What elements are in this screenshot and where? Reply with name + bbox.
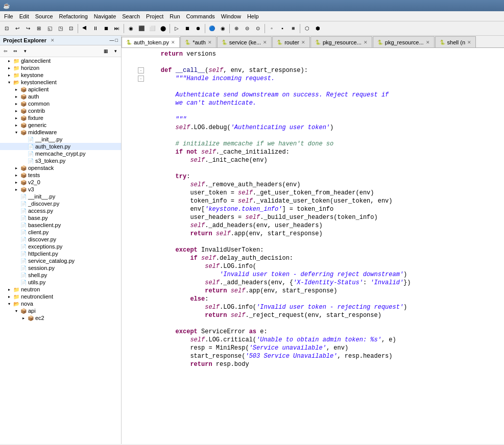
menu-item-navigate[interactable]: Navigate [91,12,119,20]
toolbar-btn-5[interactable]: ◳ [55,23,65,34]
tab-close-router[interactable]: ✕ [301,40,305,45]
tree-item-tests[interactable]: ▸📦tests [0,171,121,179]
tree-item-v2_0[interactable]: ▸📦v2_0 [0,179,121,186]
toolbar-btn-33[interactable]: ⬡ [302,23,312,34]
tree-item-base_py[interactable]: 📄base.py [0,214,121,221]
explorer-maximize-icon[interactable]: □ [115,38,118,43]
tab-pkg_resource2[interactable]: 🐍pkg_resource...✕ [373,36,435,47]
tree-item-apiclient[interactable]: ▸📦apiclient [0,86,121,93]
toolbar-btn-0[interactable]: ⊡ [2,23,12,34]
explorer-filter-button[interactable]: ▦ [101,46,110,56]
toolbar-btn-31[interactable]: ◾ [288,23,298,34]
tree-item-ec2[interactable]: ▸📦ec2 [0,314,121,322]
toolbar-btn-8[interactable]: ⯇ [80,23,90,34]
menu-item-run[interactable]: Run [166,12,183,20]
menu-item-commands[interactable]: Commands [183,12,218,20]
menu-item-refactoring[interactable]: Refactoring [56,12,91,20]
tab-auth[interactable]: 🐍*auth✕ [180,36,217,47]
link-editor-button[interactable]: ⇔ [11,46,20,56]
menu-item-file[interactable]: File [1,12,16,20]
tab-auth_token[interactable]: 🐍auth_token.py✕ [122,37,180,48]
toolbar-btn-29[interactable]: ▫ [267,23,277,34]
tree-item-nova[interactable]: ▾📂nova [0,300,121,307]
toolbar-btn-4[interactable]: ◱ [44,23,55,34]
tree-item-common[interactable]: ▸📦common [0,100,121,107]
tree-item-init_py[interactable]: 📄__init__.py [0,136,121,143]
toolbar-btn-22[interactable]: 🔵 [207,23,217,34]
tree-item-keystone[interactable]: ▸📁keystone [0,71,121,79]
toolbar-btn-20[interactable]: ⏺ [193,23,203,34]
tree-item-session_py[interactable]: 📄session.py [0,264,121,271]
tree-item-access_py[interactable]: 📄access.py [0,207,121,214]
menu-item-search[interactable]: Search [119,12,143,20]
tree-item-fixture[interactable]: ▸📦fixture [0,114,121,121]
toolbar-btn-15[interactable]: ⬜ [147,23,157,34]
explorer-customize-button[interactable]: ▾ [111,46,120,56]
toolbar-btn-34[interactable]: ⬢ [313,23,323,34]
tree-item-auth[interactable]: ▸📦auth [0,93,121,100]
tree-item-s3_token_py[interactable]: 📄s3_token.py [0,157,121,164]
toolbar-btn-26[interactable]: ⊝ [242,23,252,34]
toolbar-btn-2[interactable]: ↪ [23,23,33,34]
tree-item-middleware[interactable]: ▾📦middleware [0,129,121,136]
tree-item-glanceclient[interactable]: ▸📁glanceclient [0,57,121,64]
tree-item-baseclient_py[interactable]: 📄baseclient.py [0,221,121,229]
tree-item-client_py[interactable]: 📄client.py [0,229,121,236]
tab-shell_n[interactable]: 🐍shell (n✕ [435,36,476,47]
tab-close-shell_n[interactable]: ✕ [467,40,471,45]
tree-item-discover2_py[interactable]: 📄discover.py [0,236,121,243]
tab-close-pkg_resource2[interactable]: ✕ [426,40,430,45]
tab-close-auth[interactable]: ✕ [208,40,212,45]
tab-service_ke[interactable]: 🐍service (ke...✕ [217,36,272,47]
tab-pkg_resource1[interactable]: 🐍pkg_resource...✕ [310,36,372,47]
tab-close-auth_token[interactable]: ✕ [171,40,175,45]
toolbar-btn-13[interactable]: ◉ [126,23,136,34]
toolbar-btn-18[interactable]: ▷ [172,23,182,34]
menu-item-window[interactable]: Window [218,12,244,20]
toolbar-btn-9[interactable]: ⏸ [90,23,101,34]
toolbar-btn-16[interactable]: ⬤ [158,23,168,34]
tree-item-discover_py[interactable]: 📄_discover.py [0,200,121,207]
tree-item-service_catalog_py[interactable]: 📄service_catalog.py [0,257,121,264]
toolbar-btn-14[interactable]: ⬛ [136,23,147,34]
tree-item-auth_token_py[interactable]: 📄auth_token.py [0,143,121,150]
code-view[interactable]: return versions- def __call__(self, env,… [122,48,504,444]
tab-close-pkg_resource1[interactable]: ✕ [364,40,368,45]
fold-btn-2[interactable]: - [138,67,144,73]
tree-item-httpclient_py[interactable]: 📄httpclient.py [0,250,121,257]
collapse-all-button[interactable]: ⇦ [1,46,10,56]
tree-item-v3[interactable]: ▸📦v3 [0,186,121,193]
toolbar-btn-25[interactable]: ⊕ [231,23,242,34]
explorer-menu-button[interactable]: ▾ [20,46,30,56]
toolbar-btn-30[interactable]: ▪ [277,23,287,34]
tree-item-init2_py[interactable]: 📄__init__.py [0,193,121,200]
menu-item-edit[interactable]: Edit [16,12,32,20]
tree-item-horizon[interactable]: ▸📁horizon [0,64,121,71]
tree-item-memcache_crypt_py[interactable]: 📄memcache_crypt.py [0,150,121,157]
tree-item-keystoneclient[interactable]: ▾📂keystoneclient [0,79,121,86]
fold-btn-3[interactable]: - [138,76,144,82]
toolbar-btn-10[interactable]: ⏹ [101,23,111,34]
explorer-minimize-icon[interactable]: — [110,38,114,43]
toolbar-btn-23[interactable]: ◉ [218,23,228,34]
tree-item-contrib[interactable]: ▸📦contrib [0,107,121,114]
menu-item-source[interactable]: Source [32,12,56,20]
toolbar-btn-27[interactable]: ⊙ [253,23,263,34]
tree-item-generic[interactable]: ▸📦generic [0,121,121,129]
tab-router[interactable]: 🐍router✕ [272,36,310,47]
tree-item-shell_py[interactable]: 📄shell.py [0,271,121,279]
explorer-close-icon[interactable]: ✕ [51,38,55,43]
tree-item-exceptions_py[interactable]: 📄exceptions.py [0,243,121,250]
tree-item-neutron[interactable]: ▸📁neutron [0,286,121,293]
toolbar-btn-19[interactable]: ⏹ [182,23,193,34]
toolbar-btn-6[interactable]: ⊡ [66,23,76,34]
menu-item-help[interactable]: Help [244,12,262,20]
tree-item-utils_py[interactable]: 📄utils.py [0,279,121,286]
tree-item-api[interactable]: ▾📦api [0,307,121,314]
tab-close-service_ke[interactable]: ✕ [263,40,267,45]
tree-item-openstack[interactable]: ▸📦openstack [0,164,121,171]
menu-item-project[interactable]: Project [143,12,166,20]
toolbar-btn-11[interactable]: ⏭ [112,23,122,34]
toolbar-btn-3[interactable]: ⊞ [34,23,44,34]
tree-item-neutronclient[interactable]: ▸📁neutronclient [0,293,121,300]
